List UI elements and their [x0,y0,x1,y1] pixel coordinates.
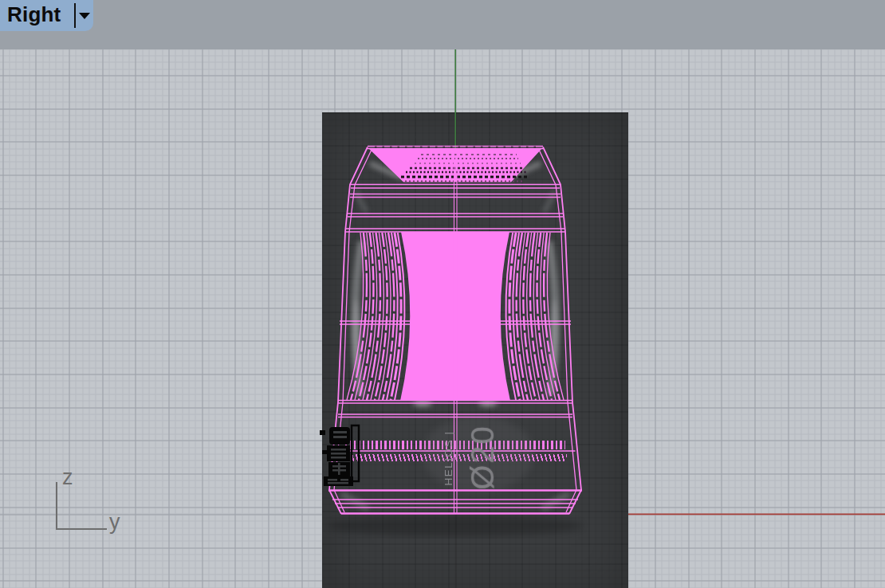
grille-top-fill [368,148,542,182]
decal-brand-text: HELIOS | [442,429,455,487]
gnomon-y-label: y [109,510,120,535]
gnomon-y-line [56,528,107,530]
gnomon-z-line [56,482,57,530]
object-ground-shadow [328,515,583,536]
black-decal-text [320,425,359,486]
waist-fill [400,232,510,401]
decal-size-text: Ø20 [465,421,502,493]
scene-overlay [0,0,885,588]
gnomon-z-label: z [62,465,73,490]
rhino-viewport-window: Right [0,0,885,588]
